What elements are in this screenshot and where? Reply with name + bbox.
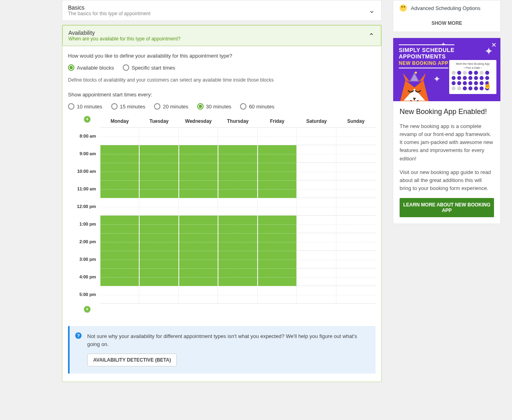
calendar-grid[interactable]: [100, 127, 376, 304]
radio-label: 15 minutes: [120, 104, 146, 110]
radio-10-minutes[interactable]: 10 minutes: [68, 103, 102, 110]
emoji-icon: [400, 4, 407, 12]
availability-block[interactable]: [218, 216, 257, 286]
time-label: 8:00 am: [68, 127, 100, 145]
radio-label: Available blocks: [77, 65, 114, 71]
radio-icon: [123, 64, 129, 71]
availability-prompt: How would you like to define your availa…: [68, 53, 376, 59]
svg-marker-0: [410, 73, 419, 82]
interval-radios: 10 minutes 15 minutes 20 minutes 30 minu…: [68, 103, 376, 110]
availability-block[interactable]: [100, 216, 139, 286]
add-earlier-time-button[interactable]: +: [84, 116, 90, 122]
radio-60-minutes[interactable]: 60 minutes: [240, 103, 274, 110]
radio-label: 60 minutes: [249, 104, 274, 110]
availability-block[interactable]: [179, 216, 218, 286]
radio-available-blocks[interactable]: Available blocks: [68, 64, 114, 71]
radio-label: 30 minutes: [206, 104, 232, 110]
sidebar-item-label: Advanced Scheduling Options: [411, 5, 480, 11]
day-header-tue: Tuesday: [139, 116, 178, 126]
radio-label: 10 minutes: [77, 104, 102, 110]
time-label: 3:00 pm: [68, 250, 100, 268]
radio-15-minutes[interactable]: 15 minutes: [111, 103, 146, 110]
availability-block[interactable]: [140, 216, 178, 286]
info-icon: ?: [75, 332, 82, 339]
radio-icon: [154, 103, 160, 110]
availability-block[interactable]: [140, 145, 178, 198]
day-header-thu: Thursday: [218, 116, 257, 126]
mini-cal-pick: ‹ Pick a Date ›: [452, 66, 494, 69]
radio-label: 20 minutes: [163, 104, 188, 110]
radio-label: Specific start times: [132, 65, 175, 71]
day-header-mon: Monday: [100, 116, 139, 126]
availability-block[interactable]: [218, 145, 257, 198]
sidebar-item-advanced-scheduling[interactable]: Advanced Scheduling Options: [393, 0, 500, 16]
promo-p2: Visit our new booking app guide to read …: [400, 168, 494, 192]
day-header-fri: Friday: [258, 116, 297, 126]
availability-section: Availability When are you available for …: [62, 25, 382, 382]
availability-mode-radios: Available blocks Specific start times: [68, 64, 376, 71]
radio-30-minutes[interactable]: 30 minutes: [197, 103, 232, 110]
time-label: 4:00 pm: [68, 268, 100, 286]
promo-card: ✕ ✦ ✦ ✦ SIMPLY SCHEDULE APPOINTMENTS NEW…: [393, 38, 501, 224]
sidebar-options-card: Advanced Scheduling Options SHOW MORE: [393, 0, 501, 32]
basics-section[interactable]: Basics The basics for this type of appoi…: [62, 0, 382, 21]
svg-marker-2: [403, 73, 410, 82]
availability-block[interactable]: [258, 145, 296, 198]
availability-block[interactable]: [179, 145, 218, 198]
time-label: 9:00 am: [68, 145, 100, 162]
info-text: Not sure why your availability for diffe…: [87, 332, 369, 348]
day-header-wed: Wednesday: [179, 116, 218, 126]
add-later-time-button[interactable]: +: [84, 306, 90, 312]
radio-icon: [68, 103, 74, 110]
time-label: 10:00 am: [68, 162, 100, 180]
interval-label: Show appointment start times every:: [68, 92, 376, 98]
time-label: 5:00 pm: [68, 286, 100, 303]
promo-hero: ✕ ✦ ✦ ✦ SIMPLY SCHEDULE APPOINTMENTS NEW…: [393, 38, 500, 101]
mini-calendar-illustration: Meet the New Booking App ‹ Pick a Date ›…: [449, 60, 496, 94]
basics-subtitle: The basics for this type of appointment: [68, 11, 368, 16]
fox-icon: [396, 68, 432, 101]
time-label: 1:00 pm: [68, 215, 100, 233]
radio-icon: [197, 103, 204, 110]
basics-title: Basics: [68, 4, 368, 11]
availability-title: Availability: [68, 30, 367, 36]
mini-cal-title: Meet the New Booking App: [452, 62, 494, 65]
availability-helper: Define blocks of availability and your c…: [68, 77, 376, 83]
radio-icon: [68, 64, 74, 71]
day-header-sat: Saturday: [297, 116, 336, 126]
chevron-down-icon: ⌄: [368, 6, 376, 15]
chevron-up-icon: ⌄: [367, 31, 375, 40]
time-label: 11:00 am: [68, 180, 100, 198]
svg-marker-3: [419, 73, 426, 82]
show-more-button[interactable]: SHOW MORE: [393, 16, 500, 32]
svg-point-1: [415, 72, 417, 74]
promo-p1: The new booking app is a complete revamp…: [400, 122, 494, 163]
radio-specific-start-times[interactable]: Specific start times: [123, 64, 175, 71]
promo-line1: SIMPLY SCHEDULE: [399, 44, 454, 53]
day-header-sun: Sunday: [336, 116, 376, 126]
promo-title: New Booking App Enabled!: [400, 108, 494, 116]
pointer-hand-icon: ☝: [484, 82, 492, 89]
learn-more-button[interactable]: LEARN MORE ABOUT NEW BOOKING APP: [400, 198, 494, 217]
radio-icon: [111, 103, 118, 110]
availability-calendar: + Monday Tuesday Wednesday Thursday Frid…: [68, 116, 376, 312]
availability-header[interactable]: Availability When are you available for …: [62, 25, 381, 46]
radio-icon: [240, 103, 246, 110]
availability-detective-banner: ? Not sure why your availability for dif…: [68, 326, 376, 374]
availability-block[interactable]: [100, 145, 139, 198]
availability-detective-button[interactable]: AVAILABILITY DETECTIVE (BETA): [87, 354, 177, 366]
time-label: 12:00 pm: [68, 198, 100, 215]
time-label: 2:00 pm: [68, 233, 100, 250]
radio-20-minutes[interactable]: 20 minutes: [154, 103, 188, 110]
promo-line2: APPOINTMENTS: [399, 53, 495, 60]
promo-line3: NEW BOOKING APP: [399, 60, 448, 68]
availability-subtitle: When are you available for this type of …: [68, 36, 367, 42]
availability-block[interactable]: [258, 216, 296, 286]
